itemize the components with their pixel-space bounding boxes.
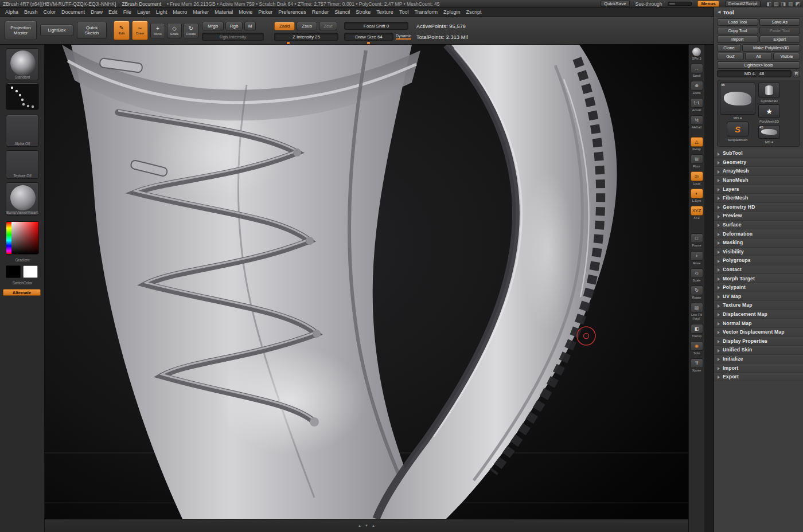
rotate-mode-button[interactable]: ↻ Rotate — [184, 23, 198, 38]
section-masking[interactable]: Masking — [714, 238, 803, 248]
section-display-properties[interactable]: Display Properties — [714, 337, 803, 346]
menu-material[interactable]: Material — [212, 9, 236, 15]
menu-color[interactable]: Color — [41, 9, 59, 15]
strip-scale[interactable]: ◇ Scale — [689, 268, 704, 282]
quicksave-button[interactable]: QuickSave — [601, 1, 630, 7]
menu-zplugin[interactable]: Zplugin — [441, 9, 463, 15]
section-displacement-map[interactable]: Displacement Map — [714, 310, 803, 319]
section-contact[interactable]: Contact — [714, 265, 803, 275]
resize-handle-icon[interactable]: ▼ — [365, 524, 368, 527]
section-morph-target[interactable]: Morph Target — [714, 274, 803, 283]
strip-bpr-spix[interactable]: SPix 3 — [689, 48, 704, 60]
draw-mode-button[interactable]: ∼ Draw — [132, 21, 148, 40]
section-geometry[interactable]: Geometry — [714, 158, 803, 167]
menu-texture[interactable]: Texture — [373, 9, 396, 15]
strip-frame[interactable]: □ Frame — [689, 233, 704, 247]
canvas-bottom-bar[interactable]: ▲ ▼ ▲ — [45, 519, 688, 532]
resize-handle-icon[interactable]: ▲ — [358, 524, 361, 527]
section-vector-displacement-map[interactable]: Vector Displacement Map — [714, 328, 803, 337]
section-initialize[interactable]: Initialize — [714, 355, 803, 364]
menu-transform[interactable]: Transform — [411, 9, 441, 15]
z-intensity-slider[interactable]: Z Intensity 25 — [274, 33, 338, 41]
current-material-thumb[interactable]: BumpViewerMaterial — [6, 182, 39, 216]
cylinder3d-thumb[interactable] — [758, 83, 780, 97]
zsub-button[interactable]: Zsub — [297, 22, 317, 30]
titlebar-tool-icon-4[interactable]: ▥ — [788, 1, 793, 7]
strip-solo[interactable]: ◉ Solo — [689, 341, 704, 355]
strip-local-toggle[interactable]: ◎ Local — [689, 171, 704, 185]
secondary-color-swatch[interactable] — [23, 265, 38, 278]
menu-zscript[interactable]: Zscript — [463, 9, 485, 15]
section-geometry-hd[interactable]: Geometry HD — [714, 203, 803, 212]
clone-button[interactable]: Clone — [717, 44, 741, 52]
main-color-swatch[interactable] — [6, 265, 21, 278]
move-mode-button[interactable]: + Move — [150, 23, 165, 38]
titlebar-tool-icon-2[interactable]: ▤ — [774, 1, 779, 7]
polymesh3d-thumb[interactable]: ★ — [758, 104, 780, 118]
menu-document[interactable]: Document — [59, 9, 88, 15]
section-texture-map[interactable]: Texture Map — [714, 301, 803, 310]
section-export[interactable]: Export — [714, 373, 803, 382]
mrgb-button[interactable]: Mrgb — [202, 22, 224, 30]
resize-handle-icon[interactable]: ▲ — [372, 524, 375, 527]
section-layers[interactable]: Layers — [714, 185, 803, 194]
menu-preferences[interactable]: Preferences — [275, 9, 309, 15]
export-button[interactable]: Export — [759, 36, 801, 43]
section-arraymesh[interactable]: ArrayMesh — [714, 167, 803, 176]
lightbox-tools-button[interactable]: Lightbox>Tools — [717, 61, 800, 69]
strip-aahalf[interactable]: ½ AAHalf — [689, 115, 704, 129]
strip-floor-toggle[interactable]: ⊞ Floor — [689, 154, 704, 168]
sculpt-viewport[interactable] — [45, 45, 688, 519]
alternate-button[interactable]: Alternate — [3, 289, 41, 296]
menu-edit[interactable]: Edit — [106, 9, 120, 15]
rgb-intensity-slider[interactable]: Rgb Intensity — [202, 33, 264, 41]
restore-config-button[interactable]: R — [793, 70, 800, 77]
menu-tool[interactable]: Tool — [396, 9, 412, 15]
menu-light[interactable]: Light — [153, 9, 170, 15]
section-normal-map[interactable]: Normal Map — [714, 319, 803, 328]
menu-macro[interactable]: Macro — [170, 9, 190, 15]
menu-layer[interactable]: Layer — [134, 9, 153, 15]
strip-rotate[interactable]: ↻ Rotate — [689, 285, 704, 299]
section-deformation[interactable]: Deformation — [714, 229, 803, 238]
strip-scroll[interactable]: ↔ Scroll — [689, 64, 704, 77]
strip-move[interactable]: + Move — [689, 251, 704, 265]
strip-polyframe[interactable]: ▤ Line Fill PolyF — [689, 303, 704, 320]
section-polygroups[interactable]: Polygroups — [714, 256, 803, 265]
section-fibermesh[interactable]: FiberMesh — [714, 194, 803, 203]
section-subtool[interactable]: SubTool — [714, 149, 803, 158]
import-button[interactable]: Import — [717, 36, 758, 43]
section-unified-skin[interactable]: Unified Skin — [714, 346, 803, 355]
scale-mode-button[interactable]: ◇ Scale — [167, 23, 182, 38]
strip-xyz-toggle[interactable]: XYZ XYZ — [689, 206, 704, 220]
menu-movie[interactable]: Movie — [236, 9, 255, 15]
current-alpha-thumb[interactable]: Alpha Off — [6, 115, 39, 147]
titlebar-tool-icon-3[interactable]: ◨ — [781, 1, 786, 7]
save-as-button[interactable]: Save As — [759, 18, 801, 26]
section-nanomesh[interactable]: NanoMesh — [714, 176, 803, 185]
draw-size-slider[interactable]: Draw Size 64 — [344, 33, 393, 41]
zcut-button[interactable]: Zcut — [319, 22, 337, 30]
switchcolor-label[interactable]: SwitchColor — [0, 281, 45, 285]
strip-zoom[interactable]: ⊕ Zoom — [689, 81, 704, 95]
quick-sketch-button[interactable]: Quick Sketch — [77, 22, 107, 39]
md4-thumb[interactable]: 45 — [758, 125, 780, 139]
section-import[interactable]: Import — [714, 363, 803, 373]
copy-tool-button[interactable]: Copy Tool — [717, 27, 758, 34]
tool-palette-header[interactable]: ◀ Tool — [714, 7, 803, 17]
dynamic-toggle[interactable]: Dynamic — [396, 34, 411, 40]
zadd-button[interactable]: Zadd — [274, 22, 295, 30]
load-tool-button[interactable]: Load Tool — [717, 18, 758, 26]
make-polymesh3d-button[interactable]: Make PolyMesh3D — [742, 44, 800, 52]
current-texture-thumb[interactable]: Texture Off — [6, 150, 39, 179]
strip-actual[interactable]: 1:1 Actual — [689, 98, 704, 112]
rgb-button[interactable]: Rgb — [225, 22, 243, 30]
section-polypaint[interactable]: Polypaint — [714, 283, 803, 292]
section-preview[interactable]: Preview — [714, 212, 803, 221]
titlebar-tool-icon-5[interactable]: ◩ — [795, 1, 800, 7]
titlebar-tool-icon-1[interactable]: ◧ — [766, 1, 771, 7]
projection-master-button[interactable]: Projection Master — [5, 21, 37, 40]
edit-mode-button[interactable]: ✎ Edit — [114, 21, 130, 40]
menu-alpha[interactable]: Alpha — [2, 9, 21, 15]
menu-render[interactable]: Render — [309, 9, 332, 15]
